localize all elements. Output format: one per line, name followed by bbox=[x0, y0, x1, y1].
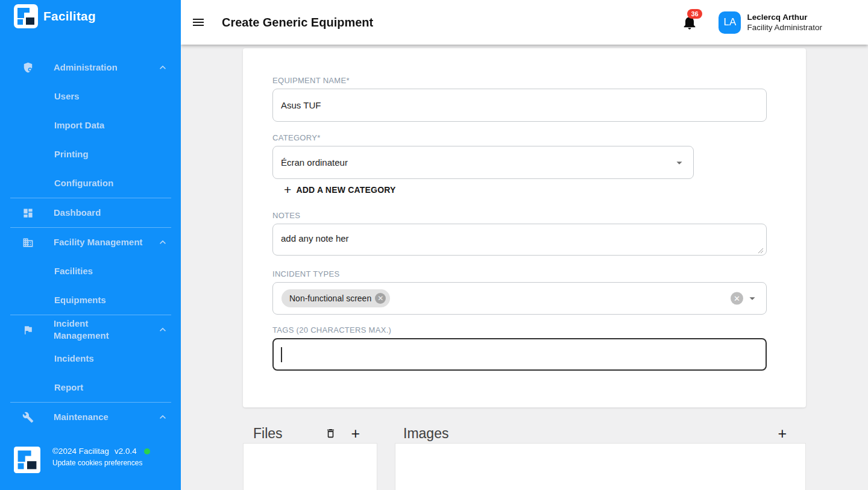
equipment-form-card: EQUIPMENT NAME* CATEGORY* Écran ordinate… bbox=[243, 48, 806, 407]
brand: Facilitag bbox=[0, 0, 181, 31]
sidebar-item-incident-management[interactable]: Incident Management bbox=[0, 315, 181, 344]
chevron-up-icon[interactable] bbox=[157, 411, 169, 423]
user-menu[interactable]: Leclercq Arthur Facility Administrator bbox=[747, 12, 822, 33]
images-panel[interactable] bbox=[395, 443, 806, 490]
notes-textarea[interactable]: add any note her bbox=[272, 224, 767, 256]
sidebar-item-facility-management[interactable]: Facility Management bbox=[0, 228, 181, 257]
notification-badge: 36 bbox=[687, 9, 702, 19]
trash-icon bbox=[325, 427, 336, 439]
dashboard-icon bbox=[22, 207, 34, 219]
files-title: Files bbox=[253, 426, 283, 442]
version-line: ©2024 Facilitag v2.0.4 bbox=[52, 447, 150, 456]
sidebar-item-administration[interactable]: Administration bbox=[0, 53, 181, 82]
resize-handle[interactable] bbox=[758, 248, 764, 254]
sidebar-footer: ©2024 Facilitag v2.0.4 Update cookies pr… bbox=[0, 447, 181, 490]
images-title: Images bbox=[403, 426, 448, 442]
facilitag-logo-icon bbox=[14, 447, 40, 473]
text-cursor bbox=[281, 347, 282, 362]
chevron-down-icon[interactable] bbox=[746, 292, 759, 305]
add-file-button[interactable]: + bbox=[351, 425, 360, 442]
equipment-name-label: EQUIPMENT NAME* bbox=[272, 76, 767, 85]
chevron-up-icon[interactable] bbox=[157, 61, 169, 74]
plus-icon: + bbox=[778, 425, 787, 442]
chevron-down-icon bbox=[673, 156, 686, 169]
attachments-row: Files + Images + bbox=[243, 424, 806, 490]
sidebar-item-users[interactable]: Users bbox=[0, 82, 181, 111]
building-icon bbox=[22, 237, 34, 248]
images-section: Images + bbox=[395, 424, 806, 490]
incident-type-chip: Non-functional screen ✕ bbox=[281, 289, 390, 307]
sidebar-item-configuration[interactable]: Configuration bbox=[0, 169, 181, 198]
status-dot bbox=[144, 448, 150, 454]
category-value: Écran ordinateur bbox=[281, 157, 348, 168]
facilitag-logo-icon bbox=[14, 4, 38, 28]
user-role: Facility Administrator bbox=[747, 22, 822, 33]
files-panel[interactable] bbox=[243, 443, 377, 490]
main-content: EQUIPMENT NAME* CATEGORY* Écran ordinate… bbox=[181, 45, 868, 490]
chevron-up-icon[interactable] bbox=[157, 324, 169, 336]
add-category-button[interactable]: + ADD A NEW CATEGORY bbox=[284, 184, 396, 196]
sidebar-item-incidents[interactable]: Incidents bbox=[0, 344, 181, 373]
top-bar: Create Generic Equipment 36 LA Leclercq … bbox=[181, 0, 868, 45]
chevron-up-icon[interactable] bbox=[157, 236, 169, 248]
sidebar-nav: Administration Users Import Data Printin… bbox=[0, 53, 181, 447]
sidebar-item-label: Administration bbox=[54, 61, 144, 74]
menu-icon[interactable] bbox=[191, 15, 206, 30]
admin-shield-icon bbox=[22, 62, 34, 74]
page-title: Create Generic Equipment bbox=[222, 16, 373, 30]
sidebar-item-facilities[interactable]: Facilities bbox=[0, 257, 181, 286]
add-image-button[interactable]: + bbox=[778, 425, 787, 442]
wrench-icon bbox=[22, 412, 34, 423]
category-label: CATEGORY* bbox=[272, 133, 767, 142]
plus-icon: + bbox=[284, 184, 291, 195]
sidebar-item-printing[interactable]: Printing bbox=[0, 140, 181, 169]
plus-icon: + bbox=[351, 425, 360, 442]
sidebar: Facilitag Administration Users Import Da… bbox=[0, 0, 181, 490]
incident-types-label: INCIDENT TYPES bbox=[272, 269, 767, 278]
tags-label: TAGS (20 CHARACTERS MAX.) bbox=[272, 325, 767, 335]
sidebar-item-report[interactable]: Report bbox=[0, 373, 181, 402]
delete-files-button[interactable] bbox=[325, 427, 336, 439]
flag-icon bbox=[22, 324, 34, 336]
chip-remove-icon[interactable]: ✕ bbox=[375, 293, 386, 304]
user-name: Leclercq Arthur bbox=[747, 12, 822, 22]
notes-label: NOTES bbox=[272, 211, 767, 220]
sidebar-item-dashboard[interactable]: Dashboard bbox=[0, 198, 181, 227]
tags-input[interactable] bbox=[272, 338, 767, 371]
avatar[interactable]: LA bbox=[719, 11, 741, 34]
brand-name: Facilitag bbox=[43, 9, 96, 24]
sidebar-item-equipments[interactable]: Equipments bbox=[0, 286, 181, 315]
notifications-button[interactable]: 36 bbox=[681, 13, 698, 31]
category-select[interactable]: Écran ordinateur bbox=[272, 146, 694, 179]
sidebar-item-maintenance[interactable]: Maintenance bbox=[0, 403, 181, 432]
equipment-name-input[interactable] bbox=[272, 89, 767, 122]
clear-all-icon[interactable]: ✕ bbox=[731, 292, 743, 305]
cookies-link[interactable]: Update cookies preferences bbox=[52, 459, 150, 467]
incident-types-select[interactable]: Non-functional screen ✕ ✕ bbox=[272, 282, 767, 315]
files-section: Files + bbox=[243, 424, 377, 490]
sidebar-item-import-data[interactable]: Import Data bbox=[0, 111, 181, 140]
